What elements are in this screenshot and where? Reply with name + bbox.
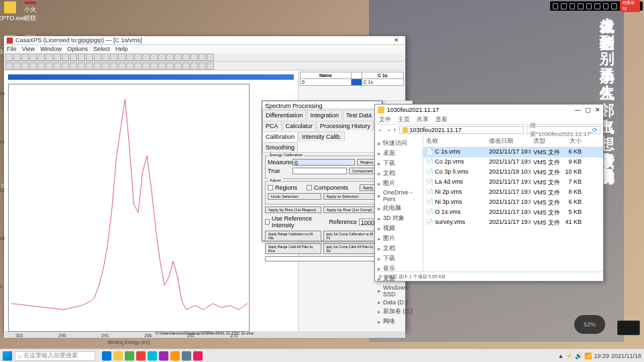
toolbar-button[interactable] [86, 54, 93, 61]
ribbon-tab[interactable]: 查看 [435, 115, 447, 124]
toolbar-button[interactable] [142, 62, 150, 70]
dialog-tab[interactable]: Integration [307, 110, 342, 120]
file-list[interactable]: 名称 修改日期 类型 大小 📄 C 1s.vms2021/11/17 19:09… [423, 135, 603, 272]
file-row[interactable]: 📄 survey.vms2021/11/17 19:08VMS 文件41 KB [423, 218, 603, 228]
ribbon-tab[interactable]: 主页 [398, 115, 410, 124]
start-button[interactable] [3, 351, 12, 361]
tree-item[interactable]: ▸Data (D:) [376, 298, 421, 306]
dialog-tab[interactable]: Test Data [343, 110, 375, 120]
nav-buttons[interactable]: ← → ↑ [378, 127, 396, 133]
file-row[interactable]: 📄 O 1s.vms2021/11/17 19:09VMS 文件5 KB [423, 208, 603, 218]
tool-icon[interactable] [594, 3, 600, 9]
toolbar-button[interactable] [70, 54, 77, 61]
toolbar-button[interactable] [13, 62, 21, 70]
system-tray[interactable]: ▲ ⚡ 🔊 📶 19:29 2021/11/18 [558, 353, 642, 359]
app-icon[interactable] [148, 351, 157, 361]
tree-item[interactable]: ▸文档 [376, 168, 421, 178]
tray-icon[interactable]: ⚡ [566, 353, 573, 359]
close-icon[interactable]: ✕ [390, 37, 402, 44]
tree-item[interactable]: ▸下载 [376, 253, 421, 263]
menu-item[interactable]: File [7, 46, 17, 52]
toolbar-button[interactable] [5, 54, 13, 61]
apply-range-calib-button[interactable]: Apply Range Calib All Files by Row [265, 243, 321, 254]
th-name[interactable]: Name [301, 72, 352, 79]
toolbar-button[interactable] [102, 62, 109, 70]
app-icon[interactable] [125, 351, 134, 361]
tool-icon[interactable] [586, 3, 592, 9]
toolbar-button[interactable] [30, 54, 37, 61]
dialog-tab[interactable]: Calibration [262, 131, 298, 141]
tree-item[interactable]: ▸图片 [376, 233, 421, 243]
true-input[interactable] [292, 168, 347, 174]
file-row[interactable]: 📄 Co 3p li.vms2021/11/18 10:08VMS 文件10 K… [423, 168, 603, 178]
stop-record-button[interactable]: 结束录制 [620, 0, 640, 12]
toolbar-button[interactable] [191, 54, 198, 61]
toolbar-button[interactable] [78, 54, 85, 61]
apply-1st-comp-calib-button[interactable]: pply 1st Comp Calib All Files by Ro [323, 243, 380, 254]
dialog-tab[interactable]: Processing History [317, 121, 374, 131]
apply-range-calibration-button[interactable]: Apply Range Calibration to All File [265, 231, 321, 241]
toolbar-button[interactable] [54, 62, 61, 70]
toolbar-button[interactable] [38, 62, 45, 70]
tool-icon[interactable] [570, 3, 575, 9]
menu-item[interactable]: Window [40, 46, 62, 52]
element-table[interactable]: NameC 1s 0C 1s [300, 72, 404, 86]
toolbar-button[interactable] [166, 62, 174, 70]
clock-time[interactable]: 19:29 [594, 353, 609, 359]
tree-item[interactable]: ▸音乐 [376, 263, 421, 274]
app-icon[interactable] [113, 351, 123, 361]
tool-icon[interactable] [611, 3, 616, 9]
measured-input[interactable]: 0 [292, 159, 355, 166]
dialog-tab[interactable]: Intensity Calib. [299, 131, 345, 141]
toolbar-button[interactable] [134, 62, 142, 70]
tree-item[interactable]: ▸图片 [376, 178, 421, 188]
file-row[interactable]: 📄 Ni 2p.vms2021/11/17 19:09VMS 文件8 KB [423, 188, 603, 198]
thumbnail-preview[interactable] [617, 320, 640, 335]
toolbar-button[interactable] [13, 54, 21, 61]
clock-date[interactable]: 2021/11/18 [611, 353, 641, 359]
toolbar-button[interactable] [182, 62, 190, 70]
tool-icon[interactable] [578, 3, 583, 9]
toolbar-button[interactable] [30, 62, 37, 70]
apply-by-row-comp-button[interactable]: Apply by Row (1st Comp) [323, 206, 380, 213]
apply-1st-comp-calibration-button[interactable]: pply 1st Comp Calibration to All Fil [323, 231, 380, 241]
address-bar[interactable]: 1030feu2021.11.17 [399, 126, 524, 134]
toolbar-button[interactable] [21, 54, 29, 61]
use-reference-checkbox[interactable] [265, 219, 270, 225]
apply-to-selection-button[interactable]: Apply to Selection [323, 193, 377, 200]
menu-item[interactable]: Select [93, 46, 110, 52]
apply-by-row-region-button[interactable]: Apply by Row (1st Region) [265, 206, 321, 213]
tree-item[interactable]: ▸视频 [376, 223, 421, 233]
toolbar-button[interactable] [126, 54, 133, 61]
app-icon[interactable] [193, 351, 203, 361]
screen-recorder-toolbar[interactable]: 结束录制 [550, 1, 643, 11]
toolbar-button[interactable] [110, 54, 117, 61]
toolbar-button[interactable] [5, 62, 13, 70]
file-row[interactable]: 📄 La 4d.vms2021/11/17 19:09VMS 文件7 KB [423, 178, 603, 188]
toolbar-button[interactable] [94, 54, 101, 61]
explorer-titlebar[interactable]: 1030feu2021.11.17 — ▢ ✕ [375, 105, 603, 115]
components-checkbox[interactable] [307, 185, 312, 190]
tool-icon[interactable] [561, 3, 566, 9]
file-row[interactable]: 📄 Ni 3p.vms2021/11/17 19:09VMS 文件6 KB [423, 198, 603, 208]
tray-icon[interactable]: ▲ [558, 353, 564, 359]
toolbar-button[interactable] [150, 54, 158, 61]
tree-item[interactable]: ▸3D 对象 [376, 213, 421, 223]
toolbar-button[interactable] [199, 54, 206, 61]
taskbar-search[interactable]: ⌕ 在这里输入你要搜索 [15, 351, 95, 361]
toolbar-button[interactable] [21, 62, 29, 70]
desktop-icon[interactable]: 小火箭联 [21, 1, 39, 23]
tree-item[interactable]: ▸OneDrive - Pers [376, 188, 421, 203]
tree-item[interactable]: ▸此电脑 [376, 203, 421, 213]
nav-tree[interactable]: ▸快速访问▸桌面▸下载▸文档▸图片▸OneDrive - Pers▸此电脑▸3D… [375, 135, 423, 272]
toolbar-button[interactable] [102, 54, 109, 61]
tree-item[interactable]: ▸桌面 [376, 148, 421, 158]
component-button[interactable]: Component [349, 168, 376, 174]
tree-item[interactable]: ▸快速访问 [376, 138, 421, 148]
region-button[interactable]: Region [357, 159, 376, 166]
ribbon-tab[interactable]: 共享 [417, 115, 429, 124]
desktop-icon[interactable]: LEPTO.exe [1, 1, 19, 23]
regions-checkbox[interactable] [268, 185, 273, 190]
toolbar-button[interactable] [191, 62, 198, 70]
dialog-tab[interactable]: Calculator [282, 121, 317, 131]
